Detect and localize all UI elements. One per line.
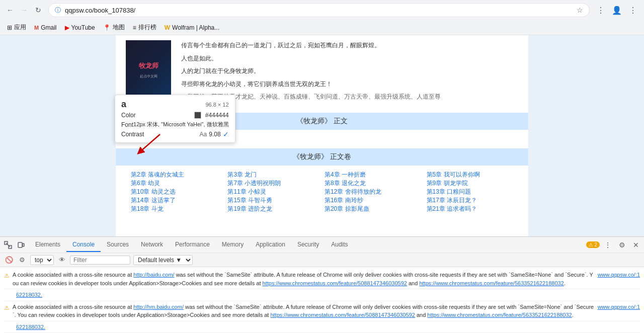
inspect-element-button[interactable] xyxy=(2,239,14,251)
apps-icon: ⊞ xyxy=(7,24,12,31)
console-settings-button[interactable]: ⚙ xyxy=(17,255,27,265)
element-tooltip: a 96.8 × 12 Color #444444 Font 12px 宋体, … xyxy=(115,95,235,143)
maps-icon: 📍 xyxy=(103,24,111,31)
tab-sources[interactable]: Sources xyxy=(101,238,135,252)
page-content: 牧龙师 起点中文网 传言每个生命都有自己的一道龙门，跃过之后，宛如苍鹰白月，醒眼… xyxy=(0,35,644,236)
bookmark-youtube[interactable]: ▶ YouTube xyxy=(62,23,98,32)
tooltip-contrast-value: Aa 9.08 ✓ xyxy=(200,130,229,138)
tooltip-font-label: Font xyxy=(121,121,133,128)
bookmark-label: 应用 xyxy=(14,23,26,32)
console-entry-continuation-1: 62218​032. xyxy=(4,289,640,301)
menu-button[interactable]: ⋮ xyxy=(626,3,640,17)
bookmark-label: YouTube xyxy=(71,24,95,31)
tab-network[interactable]: Network xyxy=(135,238,169,252)
arrow-svg xyxy=(135,132,165,157)
account-button[interactable]: 👤 xyxy=(610,3,624,17)
address-bar[interactable]: ⓘ qqpsw.co/book_107838/ ☆ xyxy=(48,3,590,17)
filter-input[interactable] xyxy=(70,256,130,265)
table-row: 第18章 斗龙 第19章 进阶之龙 第20章 掠影尾蛊 第21章 追求者吗？ xyxy=(126,205,518,213)
console-entry-1: ⚠ A cookie associated with a cross-site … xyxy=(4,269,640,289)
extensions-button[interactable]: ⋮ xyxy=(594,3,608,17)
back-button[interactable]: ← xyxy=(4,4,16,16)
chapter-table: 第2章 落魂的女城主 第3章 龙门 第4章 一种折磨 第5章 我可以养你啊 第6… xyxy=(126,171,518,213)
console-entry-continuation-2: 622188032. xyxy=(4,321,640,334)
console-link-chromestatus-1b[interactable]: https://www.chromestatus.com/feature/563… xyxy=(419,280,564,286)
console-link-chromestatus-2b[interactable]: https://www.chromestatus.com/feature/563… xyxy=(427,312,572,318)
gmail-icon: M xyxy=(34,25,39,31)
devtools-tab-bar: Elements Console Sources Network Perform… xyxy=(0,237,644,253)
console-source-1[interactable]: www.qqpsw.co/:1 xyxy=(598,271,640,279)
svg-line-1 xyxy=(140,134,160,152)
console-source-2[interactable]: www.qqpsw.co/:1 xyxy=(598,303,640,311)
red-arrow-indicator xyxy=(135,132,165,158)
tab-performance[interactable]: Performance xyxy=(169,238,216,252)
clear-console-button[interactable]: 🚫 xyxy=(4,255,14,265)
tab-audits[interactable]: Audits xyxy=(325,238,354,252)
color-swatch xyxy=(194,112,201,119)
forward-button[interactable]: → xyxy=(18,4,30,16)
context-selector[interactable]: top xyxy=(30,255,54,265)
nav-buttons: ← → ↻ xyxy=(4,4,44,16)
tab-memory[interactable]: Memory xyxy=(216,238,250,252)
close-devtools-button[interactable]: ✕ xyxy=(630,239,642,251)
warning-icon-2: ⚠ xyxy=(4,303,10,312)
console-link-continuation-2[interactable]: 622188032. xyxy=(16,324,45,330)
tooltip-letter: a xyxy=(121,99,126,110)
browser-toolbar: ← → ↻ ⓘ qqpsw.co/book_107838/ ☆ ⋮ 👤 ⋮ xyxy=(0,0,644,20)
bookmark-ranking[interactable]: ≡ 排行榜 xyxy=(130,22,159,33)
chapter-link[interactable]: 第18章 斗龙 xyxy=(126,202,169,215)
console-link-hm-baidu[interactable]: http://hm.baidu.com/ xyxy=(133,304,184,310)
bookmark-label: Gmail xyxy=(41,24,56,31)
device-toggle-button[interactable] xyxy=(15,239,27,251)
bookmark-wolfram[interactable]: W Wolfram | Alpha... xyxy=(162,23,223,32)
chapter-link[interactable]: 第21章 追求者吗？ xyxy=(422,202,482,215)
tooltip-font-row: Font 12px 宋体, "Microsoft YaHei", 微软雅黑 xyxy=(121,121,229,128)
devtools-actions: ⚠ 2 ⋮ ⚙ ✕ xyxy=(586,239,642,251)
reload-button[interactable]: ↻ xyxy=(32,4,44,16)
chapter-grid-container: 第2章 落魂的女城主 第3章 龙门 第4章 一种折磨 第5章 我可以养你啊 第6… xyxy=(116,169,528,215)
chapter-link[interactable]: 第20章 掠影尾蛊 xyxy=(319,202,374,215)
bookmark-gmail[interactable]: M Gmail xyxy=(31,23,60,32)
svg-rect-5 xyxy=(18,242,22,247)
url-text: qqpsw.co/book_107838/ xyxy=(65,7,573,14)
bookmark-label: Wolfram | Alpha... xyxy=(172,24,219,31)
svg-line-4 xyxy=(6,243,10,247)
console-text-1: A cookie associated with a cross-site re… xyxy=(13,271,595,287)
wolfram-icon: W xyxy=(165,24,170,31)
console-continuation-text-2: 622188032. xyxy=(16,323,640,331)
console-toolbar: 🚫 ⚙ top 👁 Default levels ▼ xyxy=(0,253,644,267)
bookmark-maps[interactable]: 📍 地图 xyxy=(100,22,128,33)
tab-elements[interactable]: Elements xyxy=(29,238,66,252)
settings-button[interactable]: ⚙ xyxy=(616,239,628,251)
console-link-baidu[interactable]: http://baidu.com/ xyxy=(133,272,174,278)
toolbar-actions: ⋮ 👤 ⋮ xyxy=(594,3,640,17)
console-output: ⚠ A cookie associated with a cross-site … xyxy=(0,267,644,333)
chapter-link[interactable]: 第19章 进阶之龙 xyxy=(222,202,277,215)
bookmark-star-icon[interactable]: ☆ xyxy=(577,6,583,14)
security-icon: ⓘ xyxy=(55,6,61,15)
devtools-panel: Elements Console Sources Network Perform… xyxy=(0,236,644,333)
tooltip-color-row: Color #444444 xyxy=(121,112,229,119)
console-link-chromestatus-1a[interactable]: https://www.chromestatus.com/feature/508… xyxy=(263,280,407,286)
synopsis-line-4: 寻些即将化龙的小幼灵，将它们驯养成当世无双的龙王！ xyxy=(181,79,518,90)
tab-console[interactable]: Console xyxy=(66,238,101,252)
tooltip-color-label: Color xyxy=(121,112,136,119)
bookmark-apps[interactable]: ⊞ 应用 xyxy=(4,22,29,33)
log-level-selector[interactable]: Default levels ▼ xyxy=(133,255,193,265)
more-tabs-button[interactable]: ⋮ xyxy=(602,239,614,251)
book-cover: 牧龙师 起点中文网 xyxy=(126,40,171,101)
contrast-check-icon: ✓ xyxy=(223,130,229,138)
console-link-continuation-1[interactable]: 62218​032. xyxy=(16,292,42,298)
eye-button[interactable]: 👁 xyxy=(57,255,67,265)
console-text-2: A cookie associated with a cross-site re… xyxy=(13,303,595,319)
section-title-2: 《牧龙师》 正文卷 xyxy=(116,148,528,165)
console-entry-2: ⚠ A cookie associated with a cross-site … xyxy=(4,301,640,321)
svg-rect-6 xyxy=(23,243,24,246)
tab-security[interactable]: Security xyxy=(291,238,325,252)
synopsis-line-3: 人的龙门就在于化身牧龙师。 xyxy=(181,66,518,77)
bookmark-label: 地图 xyxy=(113,23,125,32)
warning-badge: ⚠ 2 xyxy=(586,241,600,248)
devtools-panel-icons xyxy=(2,239,29,251)
tab-application[interactable]: Application xyxy=(250,238,291,252)
console-link-chromestatus-2a[interactable]: https://www.chromestatus.com/feature/508… xyxy=(270,312,415,318)
